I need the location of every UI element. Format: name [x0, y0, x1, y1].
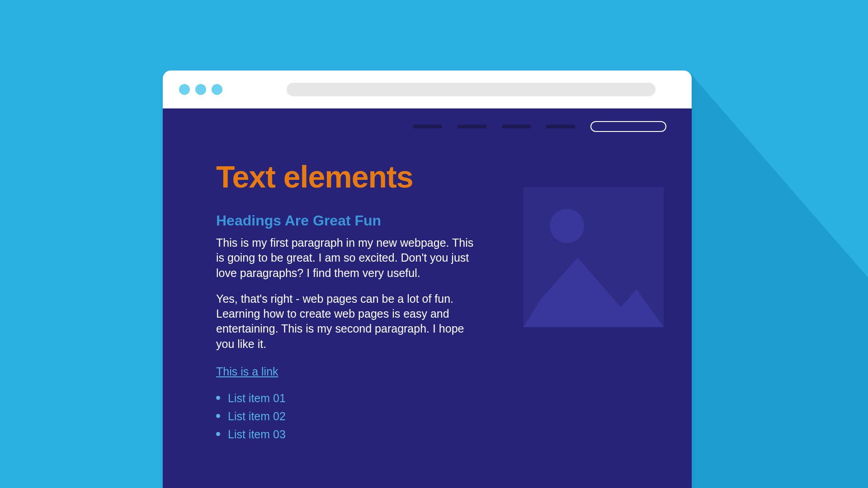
content-area: Text elements Headings Are Great Fun Thi…: [216, 159, 664, 443]
nav-link-placeholder[interactable]: [546, 125, 575, 128]
page-title: Text elements: [216, 159, 492, 194]
list-item: List item 02: [216, 407, 492, 425]
browser-window: Text elements Headings Are Great Fun Thi…: [163, 70, 692, 488]
image-placeholder-icon: [524, 187, 664, 327]
address-bar[interactable]: [287, 83, 656, 96]
bullet-list: List item 01 List item 02 List item 03: [216, 389, 492, 443]
subheading: Headings Are Great Fun: [216, 212, 492, 229]
svg-marker-0: [524, 258, 664, 327]
nav-link-placeholder[interactable]: [458, 125, 486, 128]
page-body: Text elements Headings Are Great Fun Thi…: [163, 108, 692, 488]
window-minimize-button[interactable]: [195, 84, 206, 95]
window-shadow: [689, 72, 868, 488]
nav-link-placeholder[interactable]: [413, 125, 442, 128]
page-navigation: [216, 121, 666, 132]
nav-search-pill[interactable]: [590, 121, 666, 132]
paragraph: Yes, that's right - web pages can be a l…: [216, 291, 474, 352]
window-close-button[interactable]: [179, 84, 190, 95]
window-maximize-button[interactable]: [212, 84, 222, 95]
placeholder-sun-icon: [550, 209, 584, 243]
placeholder-mountains-icon: [524, 250, 664, 327]
content-link[interactable]: This is a link: [216, 365, 278, 378]
list-item: List item 01: [216, 389, 492, 407]
text-column: Text elements Headings Are Great Fun Thi…: [216, 159, 492, 443]
paragraph: This is my first paragraph in my new web…: [216, 235, 474, 281]
list-item: List item 03: [216, 425, 492, 443]
image-column: [524, 187, 664, 443]
nav-link-placeholder[interactable]: [502, 125, 531, 128]
browser-titlebar: [163, 70, 692, 108]
